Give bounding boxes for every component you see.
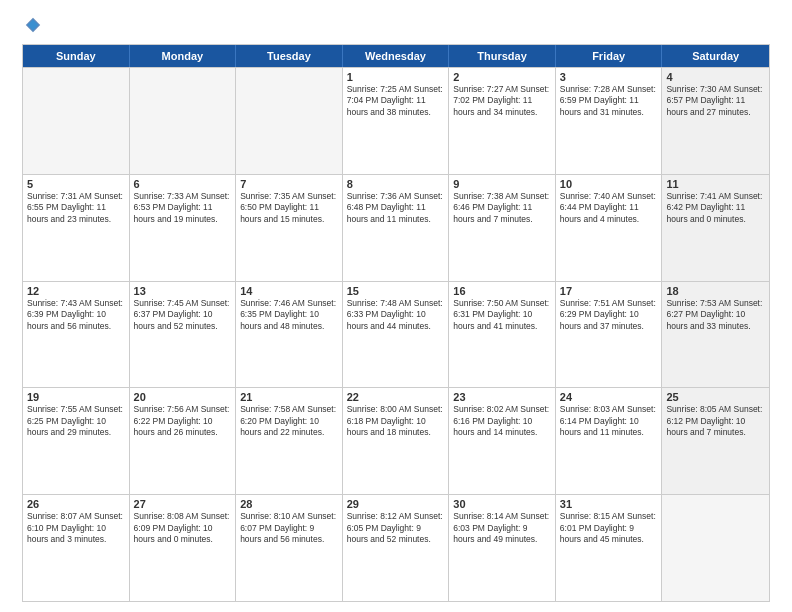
day-info: Sunrise: 7:38 AM Sunset: 6:46 PM Dayligh… [453,191,551,225]
header [22,18,770,34]
day-info: Sunrise: 8:07 AM Sunset: 6:10 PM Dayligh… [27,511,125,545]
svg-marker-1 [28,20,39,31]
calendar-cell: 13Sunrise: 7:45 AM Sunset: 6:37 PM Dayli… [130,282,237,388]
calendar-cell: 23Sunrise: 8:02 AM Sunset: 6:16 PM Dayli… [449,388,556,494]
day-info: Sunrise: 8:08 AM Sunset: 6:09 PM Dayligh… [134,511,232,545]
calendar-cell: 14Sunrise: 7:46 AM Sunset: 6:35 PM Dayli… [236,282,343,388]
day-info: Sunrise: 7:40 AM Sunset: 6:44 PM Dayligh… [560,191,658,225]
calendar-row: 26Sunrise: 8:07 AM Sunset: 6:10 PM Dayli… [23,494,769,601]
day-info: Sunrise: 7:56 AM Sunset: 6:22 PM Dayligh… [134,404,232,438]
day-info: Sunrise: 7:28 AM Sunset: 6:59 PM Dayligh… [560,84,658,118]
page: SundayMondayTuesdayWednesdayThursdayFrid… [0,0,792,612]
weekday-header: Sunday [23,45,130,67]
day-number: 26 [27,498,125,510]
day-number: 24 [560,391,658,403]
calendar-cell: 1Sunrise: 7:25 AM Sunset: 7:04 PM Daylig… [343,68,450,174]
calendar-cell: 6Sunrise: 7:33 AM Sunset: 6:53 PM Daylig… [130,175,237,281]
weekday-header: Thursday [449,45,556,67]
calendar-cell: 26Sunrise: 8:07 AM Sunset: 6:10 PM Dayli… [23,495,130,601]
calendar-cell: 2Sunrise: 7:27 AM Sunset: 7:02 PM Daylig… [449,68,556,174]
day-info: Sunrise: 7:25 AM Sunset: 7:04 PM Dayligh… [347,84,445,118]
day-info: Sunrise: 7:33 AM Sunset: 6:53 PM Dayligh… [134,191,232,225]
calendar-row: 1Sunrise: 7:25 AM Sunset: 7:04 PM Daylig… [23,67,769,174]
day-info: Sunrise: 8:02 AM Sunset: 6:16 PM Dayligh… [453,404,551,438]
day-number: 30 [453,498,551,510]
calendar-row: 19Sunrise: 7:55 AM Sunset: 6:25 PM Dayli… [23,387,769,494]
calendar-cell: 21Sunrise: 7:58 AM Sunset: 6:20 PM Dayli… [236,388,343,494]
day-number: 5 [27,178,125,190]
calendar-cell: 27Sunrise: 8:08 AM Sunset: 6:09 PM Dayli… [130,495,237,601]
calendar-cell: 5Sunrise: 7:31 AM Sunset: 6:55 PM Daylig… [23,175,130,281]
day-number: 15 [347,285,445,297]
day-info: Sunrise: 7:58 AM Sunset: 6:20 PM Dayligh… [240,404,338,438]
day-number: 31 [560,498,658,510]
calendar-cell: 29Sunrise: 8:12 AM Sunset: 6:05 PM Dayli… [343,495,450,601]
calendar-cell: 22Sunrise: 8:00 AM Sunset: 6:18 PM Dayli… [343,388,450,494]
day-info: Sunrise: 7:48 AM Sunset: 6:33 PM Dayligh… [347,298,445,332]
calendar-cell: 8Sunrise: 7:36 AM Sunset: 6:48 PM Daylig… [343,175,450,281]
day-number: 22 [347,391,445,403]
day-number: 23 [453,391,551,403]
calendar-cell: 17Sunrise: 7:51 AM Sunset: 6:29 PM Dayli… [556,282,663,388]
day-info: Sunrise: 7:41 AM Sunset: 6:42 PM Dayligh… [666,191,765,225]
calendar-cell: 18Sunrise: 7:53 AM Sunset: 6:27 PM Dayli… [662,282,769,388]
day-number: 20 [134,391,232,403]
day-number: 25 [666,391,765,403]
calendar-cell: 12Sunrise: 7:43 AM Sunset: 6:39 PM Dayli… [23,282,130,388]
day-number: 11 [666,178,765,190]
calendar-header: SundayMondayTuesdayWednesdayThursdayFrid… [23,45,769,67]
calendar-cell: 11Sunrise: 7:41 AM Sunset: 6:42 PM Dayli… [662,175,769,281]
day-info: Sunrise: 7:30 AM Sunset: 6:57 PM Dayligh… [666,84,765,118]
day-info: Sunrise: 7:55 AM Sunset: 6:25 PM Dayligh… [27,404,125,438]
day-info: Sunrise: 7:45 AM Sunset: 6:37 PM Dayligh… [134,298,232,332]
calendar-cell [236,68,343,174]
calendar-cell: 24Sunrise: 8:03 AM Sunset: 6:14 PM Dayli… [556,388,663,494]
day-info: Sunrise: 7:50 AM Sunset: 6:31 PM Dayligh… [453,298,551,332]
day-info: Sunrise: 7:36 AM Sunset: 6:48 PM Dayligh… [347,191,445,225]
day-info: Sunrise: 7:53 AM Sunset: 6:27 PM Dayligh… [666,298,765,332]
logo [22,18,42,34]
calendar-row: 12Sunrise: 7:43 AM Sunset: 6:39 PM Dayli… [23,281,769,388]
day-number: 17 [560,285,658,297]
day-number: 8 [347,178,445,190]
day-info: Sunrise: 7:35 AM Sunset: 6:50 PM Dayligh… [240,191,338,225]
day-number: 1 [347,71,445,83]
calendar-cell: 15Sunrise: 7:48 AM Sunset: 6:33 PM Dayli… [343,282,450,388]
calendar-row: 5Sunrise: 7:31 AM Sunset: 6:55 PM Daylig… [23,174,769,281]
day-number: 28 [240,498,338,510]
calendar-cell: 3Sunrise: 7:28 AM Sunset: 6:59 PM Daylig… [556,68,663,174]
calendar-body: 1Sunrise: 7:25 AM Sunset: 7:04 PM Daylig… [23,67,769,601]
day-info: Sunrise: 7:51 AM Sunset: 6:29 PM Dayligh… [560,298,658,332]
weekday-header: Tuesday [236,45,343,67]
day-number: 19 [27,391,125,403]
day-info: Sunrise: 8:05 AM Sunset: 6:12 PM Dayligh… [666,404,765,438]
day-info: Sunrise: 7:31 AM Sunset: 6:55 PM Dayligh… [27,191,125,225]
calendar-cell: 20Sunrise: 7:56 AM Sunset: 6:22 PM Dayli… [130,388,237,494]
calendar-cell: 31Sunrise: 8:15 AM Sunset: 6:01 PM Dayli… [556,495,663,601]
calendar-cell [23,68,130,174]
calendar-cell [130,68,237,174]
day-number: 7 [240,178,338,190]
calendar-cell: 4Sunrise: 7:30 AM Sunset: 6:57 PM Daylig… [662,68,769,174]
day-number: 10 [560,178,658,190]
calendar-cell: 9Sunrise: 7:38 AM Sunset: 6:46 PM Daylig… [449,175,556,281]
day-number: 2 [453,71,551,83]
day-number: 18 [666,285,765,297]
logo-icon [24,16,42,34]
day-info: Sunrise: 7:46 AM Sunset: 6:35 PM Dayligh… [240,298,338,332]
weekday-header: Wednesday [343,45,450,67]
calendar-cell: 25Sunrise: 8:05 AM Sunset: 6:12 PM Dayli… [662,388,769,494]
day-info: Sunrise: 8:14 AM Sunset: 6:03 PM Dayligh… [453,511,551,545]
calendar-cell: 30Sunrise: 8:14 AM Sunset: 6:03 PM Dayli… [449,495,556,601]
day-info: Sunrise: 8:03 AM Sunset: 6:14 PM Dayligh… [560,404,658,438]
day-number: 6 [134,178,232,190]
calendar-cell: 19Sunrise: 7:55 AM Sunset: 6:25 PM Dayli… [23,388,130,494]
day-info: Sunrise: 8:15 AM Sunset: 6:01 PM Dayligh… [560,511,658,545]
day-info: Sunrise: 7:27 AM Sunset: 7:02 PM Dayligh… [453,84,551,118]
day-info: Sunrise: 8:00 AM Sunset: 6:18 PM Dayligh… [347,404,445,438]
day-number: 9 [453,178,551,190]
calendar-cell: 16Sunrise: 7:50 AM Sunset: 6:31 PM Dayli… [449,282,556,388]
weekday-header: Friday [556,45,663,67]
weekday-header: Saturday [662,45,769,67]
day-number: 21 [240,391,338,403]
